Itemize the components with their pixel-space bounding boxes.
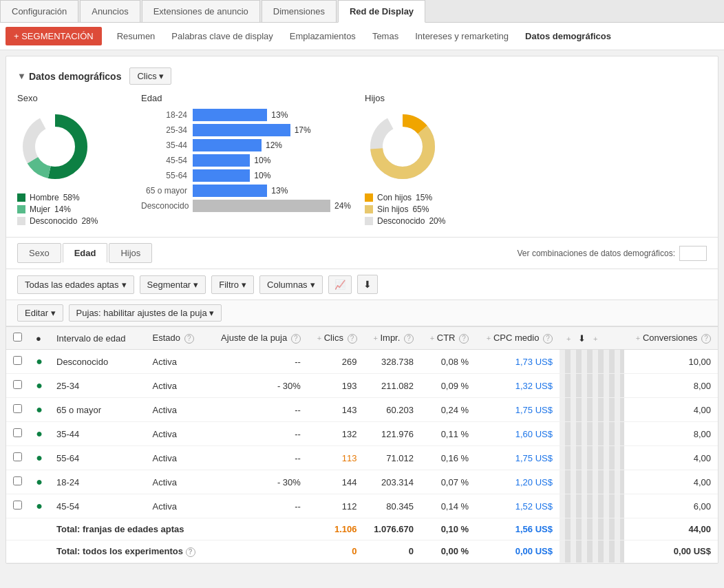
legend-sin-hijos: Sin hijos 65% xyxy=(365,204,445,214)
tab-anuncios[interactable]: Anuncios xyxy=(80,0,140,22)
tab-configuracion[interactable]: Configuración xyxy=(0,0,78,22)
hijos-donut xyxy=(365,109,440,185)
conv-help-icon[interactable]: ? xyxy=(701,334,711,344)
nav-emplazamientos[interactable]: Emplazamientos xyxy=(283,27,363,45)
columnas-button[interactable]: Columnas ▾ xyxy=(259,275,323,294)
row-clics: 132 xyxy=(308,422,364,446)
editar-button[interactable]: Editar ▾ xyxy=(17,304,63,322)
edad-bar-pct: 12% xyxy=(266,140,282,150)
clics-plus-icon[interactable]: + xyxy=(317,334,321,342)
edad-bar-label: 65 o mayor xyxy=(141,186,193,196)
row-impr: 60.203 xyxy=(364,398,420,422)
tab-hijos[interactable]: Hijos xyxy=(109,243,152,263)
blurred-plus2-icon[interactable]: + xyxy=(593,335,597,343)
row-checkbox[interactable] xyxy=(13,452,22,461)
row-checkbox-cell xyxy=(6,470,29,494)
clics-help-icon[interactable]: ? xyxy=(348,334,357,344)
total-blurred xyxy=(560,540,624,563)
download-col-icon[interactable]: ⬇ xyxy=(578,333,586,344)
cpc-plus-icon[interactable]: + xyxy=(487,334,491,342)
svg-point-3 xyxy=(37,129,73,165)
row-ajuste: -- xyxy=(209,446,307,470)
row-checkbox-cell xyxy=(6,422,29,446)
row-conversiones: 4,00 xyxy=(624,470,718,494)
nav-temas[interactable]: Temas xyxy=(365,27,405,45)
row-dot-cell: ● xyxy=(29,374,50,398)
chevron-down-icon4: ▾ xyxy=(310,280,315,290)
chart-icon-button[interactable]: 📈 xyxy=(328,275,352,294)
total-checkbox-cell xyxy=(6,540,29,563)
pujas-button[interactable]: Pujas: habilitar ajustes de la puja ▾ xyxy=(69,304,222,322)
edad-bar-track xyxy=(193,200,330,212)
tab-extensiones[interactable]: Extensiones de anuncio xyxy=(142,0,260,22)
edad-bar-row-0: 18-2413% xyxy=(141,109,351,121)
estado-help-icon[interactable]: ? xyxy=(184,334,194,344)
row-checkbox[interactable] xyxy=(13,428,22,437)
table-header-row: ● Intervalo de edad Estado ? Ajuste de l… xyxy=(6,327,718,350)
total-label: Total: franjas de edades aptas xyxy=(50,518,209,540)
total-help-icon[interactable]: ? xyxy=(186,547,195,557)
row-ctr: 0,14 % xyxy=(420,494,476,518)
filtro-button[interactable]: Filtro ▾ xyxy=(211,275,254,294)
total-impr: 1.076.670 xyxy=(364,518,420,540)
ctr-plus-icon[interactable]: + xyxy=(430,334,434,342)
legend-sin-hijos-label: Sin hijos xyxy=(377,204,408,214)
ajuste-help-icon[interactable]: ? xyxy=(291,334,301,344)
total-blurred xyxy=(560,518,624,540)
download-button[interactable]: ⬇ xyxy=(357,275,378,294)
nav-intereses[interactable]: Intereses y remarketing xyxy=(408,27,515,45)
impr-plus-icon[interactable]: + xyxy=(373,334,377,342)
green-dot-icon: ● xyxy=(36,428,43,439)
col-ajuste-label: Ajuste de la puja xyxy=(221,333,287,343)
tab-red-display[interactable]: Red de Display xyxy=(338,0,425,23)
edad-title: Edad xyxy=(141,93,351,103)
cpc-help-icon[interactable]: ? xyxy=(543,334,553,344)
green-dot-icon: ● xyxy=(36,476,43,487)
edad-bar-track xyxy=(193,154,250,167)
table-row: ● 18-24 Activa - 30% 144 203.314 0,07 % … xyxy=(6,470,718,494)
todas-edades-button[interactable]: Todas las edades aptas ▾ xyxy=(17,275,134,294)
row-checkbox[interactable] xyxy=(13,476,22,485)
row-checkbox[interactable] xyxy=(13,380,22,389)
row-checkbox[interactable] xyxy=(13,501,22,510)
row-conversiones: 6,00 xyxy=(624,494,718,518)
conv-plus-icon[interactable]: + xyxy=(636,334,640,342)
green-dot-icon: ● xyxy=(36,500,43,512)
row-ctr: 0,16 % xyxy=(420,446,476,470)
row-impr: 328.738 xyxy=(364,350,420,374)
row-dot-cell: ● xyxy=(29,446,50,470)
row-checkbox[interactable] xyxy=(13,404,22,413)
toolbar: Todas las edades aptas ▾ Segmentar ▾ Fil… xyxy=(6,269,718,300)
segmentacion-button[interactable]: + SEGMENTACIÓN xyxy=(6,27,102,45)
row-ctr: 0,07 % xyxy=(420,470,476,494)
secondary-nav: + SEGMENTACIÓN Resumen Palabras clave de… xyxy=(0,23,724,50)
legend-con-hijos-label: Con hijos xyxy=(377,193,412,202)
row-blurred xyxy=(560,446,624,470)
row-ctr: 0,09 % xyxy=(420,374,476,398)
table-row: ● Desconocido Activa -- 269 328.738 0,08… xyxy=(6,350,718,374)
chevron-down-icon5: ▾ xyxy=(51,308,56,318)
tab-dimensiones[interactable]: Dimensiones xyxy=(262,0,337,22)
ctr-help-icon[interactable]: ? xyxy=(459,334,469,344)
row-conversiones: 10,00 xyxy=(624,350,718,374)
col-intervalo: Intervalo de edad xyxy=(50,327,146,350)
select-all-checkbox[interactable] xyxy=(13,333,22,342)
clics-dropdown[interactable]: Clics ▾ xyxy=(129,67,171,85)
segmentar-button[interactable]: Segmentar ▾ xyxy=(140,275,206,294)
row-checkbox[interactable] xyxy=(13,356,22,365)
row-dot-cell: ● xyxy=(29,494,50,518)
row-estado: Activa xyxy=(146,398,210,422)
data-table-container: ● Intervalo de edad Estado ? Ajuste de l… xyxy=(6,326,718,563)
legend-desconocido-hijos-label: Desconocido xyxy=(377,216,425,226)
nav-datos-demograficos[interactable]: Datos demográficos xyxy=(518,27,618,45)
row-ctr: 0,24 % xyxy=(420,398,476,422)
row-intervalo: 18-24 xyxy=(50,470,146,494)
ver-combinaciones-input[interactable] xyxy=(679,246,707,261)
nav-resumen[interactable]: Resumen xyxy=(110,27,162,45)
chevron-down-icon3: ▾ xyxy=(242,280,246,290)
blurred-plus-icon[interactable]: + xyxy=(566,335,571,343)
tab-sexo[interactable]: Sexo xyxy=(17,243,61,263)
tab-edad[interactable]: Edad xyxy=(63,243,108,263)
nav-palabras-clave[interactable]: Palabras clave de display xyxy=(164,27,279,45)
impr-help-icon[interactable]: ? xyxy=(404,334,414,344)
